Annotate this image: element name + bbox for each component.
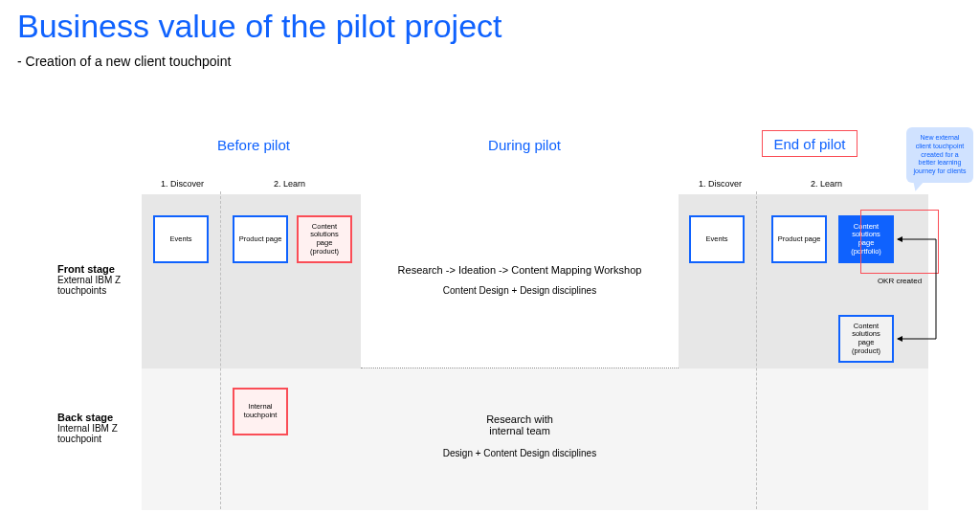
- subcol-before-discover: 1. Discover: [161, 179, 204, 189]
- okr-label: OKR created: [860, 277, 939, 285]
- card-product-page-before: Product page: [233, 215, 288, 263]
- divider-vertical: [756, 191, 757, 509]
- page-title: Business value of the pilot project: [17, 8, 502, 45]
- subcol-before-learn: 2. Learn: [274, 179, 305, 189]
- callout-bubble-tail: [910, 179, 924, 193]
- during-front-line2: Content Design + Design disciplines: [364, 285, 676, 296]
- col-during-pilot: During pilot: [467, 137, 582, 153]
- card-events-before: Events: [153, 215, 209, 263]
- card-content-product-end: Content solutions page (product): [838, 315, 894, 363]
- during-gap: [361, 194, 679, 368]
- okr-outline: [860, 210, 939, 274]
- row-back-label: Back stage Internal IBM Z touchpoint: [57, 412, 134, 444]
- row-front-label: Front stage External IBM Z touchpoints: [57, 263, 134, 296]
- card-events-end: Events: [689, 215, 745, 263]
- during-back-line1: Research withinternal team: [364, 413, 676, 436]
- row-front-title: Front stage: [57, 263, 115, 275]
- col-end-of-pilot: End of pilot: [762, 130, 858, 157]
- card-content-product-before: Content solutions page (product): [297, 215, 352, 263]
- during-front-line1: Research -> Ideation -> Content Mapping …: [364, 264, 676, 276]
- card-internal-touchpoint: Internal touchpoint: [233, 388, 288, 435]
- card-product-page-end: Product page: [771, 215, 827, 263]
- row-back-desc: Internal IBM Z touchpoint: [57, 423, 118, 444]
- row-front-desc: External IBM Z touchpoints: [57, 275, 121, 296]
- page-subtitle: - Creation of a new client touchpoint: [17, 54, 231, 69]
- subcol-end-discover: 1. Discover: [699, 179, 742, 189]
- subcol-end-learn: 2. Learn: [811, 179, 842, 189]
- row-back-title: Back stage: [57, 412, 113, 423]
- col-before-pilot: Before pilot: [196, 137, 311, 153]
- callout-bubble: New external client touchpoint created f…: [906, 127, 973, 183]
- during-back-line2: Design + Content Design disciplines: [364, 448, 676, 458]
- divider-vertical: [220, 191, 221, 509]
